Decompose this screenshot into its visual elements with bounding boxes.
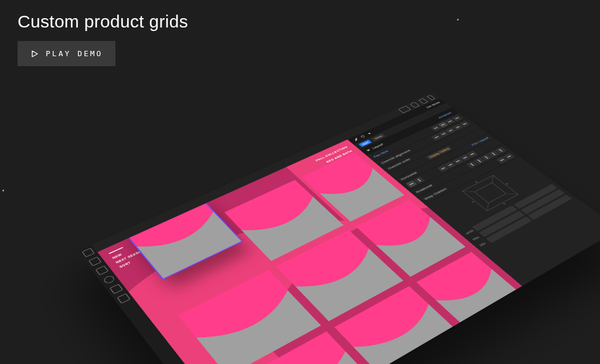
- width-label: width: [465, 229, 475, 235]
- svg-line-6: [462, 188, 474, 195]
- settings-icon[interactable]: [359, 134, 366, 139]
- min-label: Min: [479, 241, 489, 247]
- product-tile[interactable]: [233, 331, 378, 364]
- max-label: Max: [472, 235, 482, 241]
- mobile-breakpoint-icon[interactable]: [427, 95, 435, 100]
- add-icon[interactable]: [82, 248, 95, 257]
- svg-point-3: [368, 133, 371, 135]
- product-tile[interactable]: [356, 200, 465, 277]
- wrap-segmented[interactable]: [496, 153, 515, 164]
- gear-icon[interactable]: [366, 131, 373, 136]
- section-title: Layout: [371, 143, 384, 150]
- svg-text:0: 0: [503, 202, 507, 205]
- product-tile[interactable]: [335, 286, 462, 364]
- cms-icon[interactable]: [96, 266, 108, 276]
- product-tile[interactable]: [178, 270, 321, 364]
- designer-window: Publish: [77, 93, 600, 364]
- svg-rect-5: [475, 183, 506, 202]
- product-tile[interactable]: [276, 230, 403, 321]
- svg-rect-4: [462, 176, 518, 211]
- menu-underline: [108, 247, 123, 254]
- svg-line-9: [506, 190, 519, 198]
- pages-icon[interactable]: [88, 257, 101, 266]
- settings-icon[interactable]: [110, 284, 123, 294]
- assets-icon[interactable]: [103, 274, 116, 284]
- brush-icon[interactable]: [353, 138, 360, 142]
- svg-text:0: 0: [506, 183, 509, 185]
- product-tile[interactable]: [416, 252, 522, 331]
- svg-point-2: [360, 135, 364, 138]
- navigator-icon[interactable]: [117, 293, 130, 303]
- chevron-down-icon: [366, 149, 371, 152]
- svg-line-8: [482, 203, 494, 211]
- svg-line-7: [487, 176, 499, 183]
- svg-text:0: 0: [471, 200, 475, 202]
- designer-3d-scene: Publish: [0, 0, 600, 364]
